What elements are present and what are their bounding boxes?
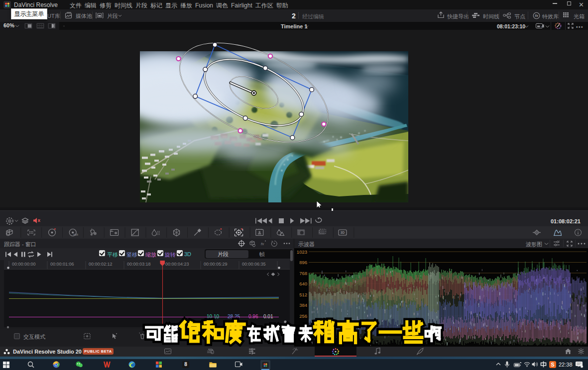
svg-text:S: S — [551, 362, 554, 368]
